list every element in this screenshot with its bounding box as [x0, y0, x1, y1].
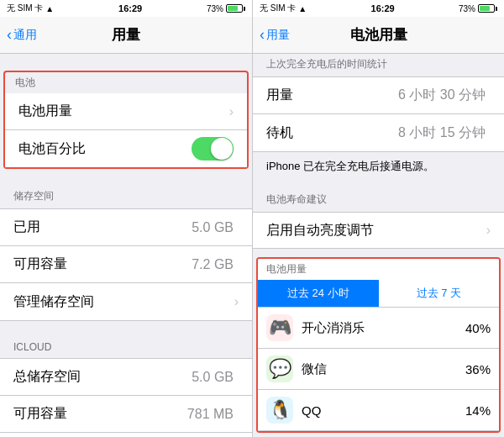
battery-list: 电池用量 › 电池百分比 — [5, 93, 247, 167]
status-left-right: 无 SIM 卡 ▲ — [260, 3, 307, 14]
battery-usage-item[interactable]: 电池用量 › — [5, 93, 247, 130]
status-left: 无 SIM 卡 ▲ — [7, 3, 54, 14]
storage-list: 已用 5.0 GB 可用容量 7.2 GB 管理储存空间 › — [0, 208, 252, 321]
icloud-total-item: 总储存空间 5.0 GB — [0, 359, 252, 396]
time-left: 16:29 — [118, 3, 142, 13]
usage-stat-label: 用量 — [266, 87, 398, 104]
app-name: 微信 — [302, 361, 465, 377]
battery-header: 电池 — [5, 72, 247, 93]
battery-icon-left — [226, 4, 245, 13]
icloud-total-value: 5.0 GB — [192, 370, 234, 385]
charge-stats-header: 上次完全充电后的时间统计 — [253, 54, 504, 76]
battery-icon-right — [478, 4, 497, 13]
icloud-available-value: 781 MB — [187, 407, 234, 422]
wifi-icon: ▲ — [45, 4, 54, 13]
tab-7d[interactable]: 过去 7 天 — [379, 280, 500, 307]
back-arrow-right: ‹ — [260, 26, 265, 44]
standby-stat-label: 待机 — [266, 124, 398, 142]
storage-available-label: 可用容量 — [13, 255, 192, 273]
tab-24h[interactable]: 过去 24 小时 — [258, 280, 379, 307]
battery-fill-r — [480, 6, 490, 11]
nav-title-right: 电池用量 — [350, 25, 407, 45]
carrier-label-right: 无 SIM 卡 — [260, 3, 296, 14]
status-bar-right: 无 SIM 卡 ▲ 16:29 73% — [253, 0, 504, 17]
battery-fill — [228, 6, 238, 11]
app-name: QQ — [302, 403, 465, 418]
battery-body-r — [478, 4, 495, 13]
storage-manage-label: 管理储存空间 — [13, 293, 234, 311]
icloud-available-label: 可用容量 — [13, 405, 187, 423]
battery-usage-box-header: 电池用量 — [258, 259, 499, 280]
back-label-left: 通用 — [13, 28, 37, 43]
advice-header: 电池寿命建议 — [253, 189, 504, 212]
app-icon: 🎮 — [266, 314, 293, 341]
battery-usage-label: 电池用量 — [18, 103, 229, 120]
usage-stat-item: 用量 6 小时 30 分钟 — [253, 77, 504, 114]
nav-title-left: 用量 — [112, 25, 140, 45]
battery-usage-arrow: › — [229, 104, 234, 119]
icloud-manage-item[interactable]: 管理储存空间 › — [0, 433, 252, 437]
left-content: 电池 电池用量 › 电池百分比 储存空间 — [0, 54, 252, 437]
usage-stat-value: 6 小时 30 分钟 — [398, 87, 486, 104]
auto-brightness-item[interactable]: 启用自动亮度调节 › — [253, 212, 504, 249]
back-button-left[interactable]: ‹ 通用 — [7, 26, 37, 44]
right-content: 上次完全充电后的时间统计 用量 6 小时 30 分钟 待机 8 小时 15 分钟… — [253, 54, 504, 437]
charge-stats-section: 上次完全充电后的时间统计 用量 6 小时 30 分钟 待机 8 小时 15 分钟 — [253, 54, 504, 152]
app-percent: 14% — [465, 403, 491, 418]
nav-bar-right: ‹ 用量 电池用量 — [253, 17, 504, 54]
right-panel: 无 SIM 卡 ▲ 16:29 73% ‹ 用量 电池用量 上次完全充电后的时间… — [252, 0, 504, 437]
storage-manage-arrow: › — [234, 294, 239, 309]
icloud-section: ICLOUD 总储存空间 5.0 GB 可用容量 781 MB 管理储存空间 › — [0, 338, 252, 437]
tab-7d-label: 过去 7 天 — [417, 286, 461, 301]
wifi-icon-right: ▲ — [298, 4, 307, 13]
charge-note: iPhone 已在完全充电后接通电源。 — [253, 152, 504, 181]
battery-body — [226, 4, 243, 13]
storage-section: 储存空间 已用 5.0 GB 可用容量 7.2 GB 管理储存空间 › — [0, 186, 252, 321]
battery-toggle[interactable] — [192, 137, 234, 161]
icloud-available-item: 可用容量 781 MB — [0, 396, 252, 433]
app-row: 💬 微信 36% — [258, 349, 499, 390]
toggle-knob — [211, 138, 233, 160]
status-right-left: 73% — [207, 4, 245, 13]
battery-tip-r — [496, 7, 497, 11]
battery-percent-right: 73% — [459, 4, 475, 13]
left-panel: 无 SIM 卡 ▲ 16:29 73% ‹ 通用 用量 电池 — [0, 0, 252, 437]
app-list: 🎮 开心消消乐 40% 💬 微信 36% 🐧 QQ 14% — [258, 308, 499, 431]
battery-tip — [244, 7, 245, 11]
back-button-right[interactable]: ‹ 用量 — [260, 26, 290, 44]
battery-percent-label: 电池百分比 — [18, 140, 192, 158]
auto-brightness-arrow: › — [486, 223, 491, 238]
battery-percent-left: 73% — [207, 4, 223, 13]
standby-stat-value: 8 小时 15 分钟 — [398, 124, 486, 142]
app-icon: 💬 — [266, 355, 293, 382]
icloud-total-label: 总储存空间 — [13, 368, 192, 386]
storage-used-value: 5.0 GB — [192, 220, 234, 235]
auto-brightness-label: 启用自动亮度调节 — [266, 222, 486, 240]
advice-section: 电池寿命建议 启用自动亮度调节 › — [253, 189, 504, 249]
storage-manage-item[interactable]: 管理储存空间 › — [0, 283, 252, 320]
app-row: 🐧 QQ 14% — [258, 390, 499, 431]
app-percent: 40% — [465, 321, 491, 335]
status-bar-left: 无 SIM 卡 ▲ 16:29 73% — [0, 0, 252, 17]
battery-red-outline: 电池 电池用量 › 电池百分比 — [3, 71, 249, 169]
storage-header: 储存空间 — [0, 186, 252, 208]
storage-used-label: 已用 — [13, 218, 192, 236]
charge-stats-list: 用量 6 小时 30 分钟 待机 8 小时 15 分钟 — [253, 76, 504, 152]
app-row: 🎮 开心消消乐 40% — [258, 308, 499, 349]
tab-24h-label: 过去 24 小时 — [287, 286, 349, 301]
app-name: 开心消消乐 — [302, 320, 465, 336]
storage-available-value: 7.2 GB — [192, 257, 234, 272]
app-percent: 36% — [465, 362, 491, 376]
battery-percent-item: 电池百分比 — [5, 130, 247, 167]
battery-usage-box: 电池用量 过去 24 小时 过去 7 天 🎮 开心消消乐 40% 💬 微信 36… — [256, 257, 501, 433]
icloud-list: 总储存空间 5.0 GB 可用容量 781 MB 管理储存空间 › — [0, 358, 252, 437]
tab-row: 过去 24 小时 过去 7 天 — [258, 280, 499, 308]
nav-bar-left: ‹ 通用 用量 — [0, 17, 252, 54]
standby-stat-item: 待机 8 小时 15 分钟 — [253, 114, 504, 151]
app-icon: 🐧 — [266, 397, 293, 424]
carrier-label: 无 SIM 卡 — [7, 3, 43, 14]
battery-section: 电池 电池用量 › 电池百分比 — [0, 71, 252, 169]
icloud-header: ICLOUD — [0, 338, 252, 358]
back-arrow-left: ‹ — [7, 26, 12, 44]
storage-used-item: 已用 5.0 GB — [0, 209, 252, 246]
